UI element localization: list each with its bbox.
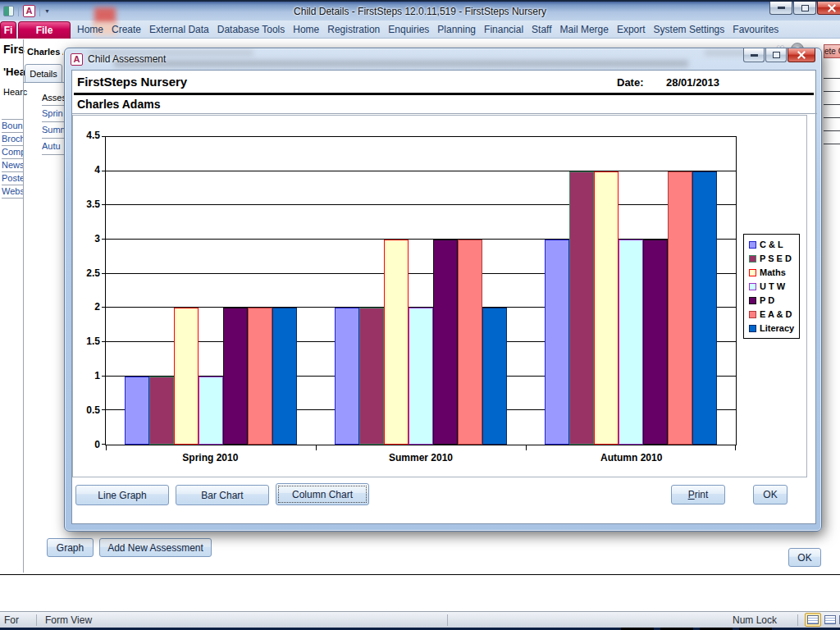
y-axis-tick [102, 444, 105, 445]
close-icon [797, 51, 806, 59]
y-axis-label: 2 [75, 301, 100, 313]
ribbon-tab-staff[interactable]: Staff [532, 24, 551, 35]
print-accelerator: P [688, 489, 695, 500]
dialog-access-icon: A [71, 53, 83, 66]
legend-label: U T W [760, 281, 785, 291]
restore-icon [801, 5, 809, 11]
ribbon-tab-database-tools[interactable]: Database Tools [217, 24, 285, 35]
bg-left-item-poste[interactable]: Poste [2, 172, 23, 185]
layout-view-button[interactable] [837, 613, 840, 627]
bg-child-tab-fragment[interactable]: Charles A [27, 47, 63, 57]
line-graph-button[interactable]: Line Graph [75, 485, 169, 505]
minimize-icon [778, 7, 785, 9]
y-axis-tick [102, 171, 105, 171]
legend-label: C & L [760, 240, 783, 249]
y-axis-label: 0 [75, 439, 100, 450]
ribbon-tab-system-settings[interactable]: System Settings [654, 24, 725, 35]
bg-left-subtitle-fragment: 'Hea [3, 66, 25, 78]
y-axis-tick [102, 204, 105, 205]
bar-c-l-autumn-2010 [545, 240, 569, 445]
bg-right-button-fragment[interactable]: ete C [824, 44, 840, 58]
bg-left-item-boun[interactable]: Boun [2, 120, 23, 133]
window-titlebar: A ▼ Child Details - FirstSteps 12.0.11,5… [0, 0, 840, 21]
ribbon-tab-financial[interactable]: Financial [484, 24, 523, 35]
dialog-titlebar[interactable]: A Child Assessment [65, 48, 821, 70]
dialog-minimize-button[interactable] [743, 48, 765, 62]
dialog-restore-button[interactable] [765, 48, 787, 62]
print-label-rest: rint [695, 489, 709, 500]
window-title: Child Details - FirstSteps 12.0.11,519 -… [0, 6, 840, 17]
print-button[interactable]: Print [671, 485, 725, 504]
column-chart-button[interactable]: Column Chart [276, 483, 369, 505]
legend-swatch-literacy [749, 325, 756, 332]
ribbon-tab-file[interactable]: File [18, 21, 71, 39]
divider [0, 574, 840, 575]
ribbon-tab-create[interactable]: Create [112, 24, 141, 35]
graph-button[interactable]: Graph [47, 538, 94, 557]
y-axis-label: 3.5 [75, 199, 100, 210]
y-axis-tick [102, 376, 105, 377]
ribbon-tab-registration[interactable]: Registration [327, 24, 380, 35]
x-axis-tick [316, 445, 317, 450]
ribbon-tab-home[interactable]: Home [77, 24, 103, 35]
window-close-button[interactable] [817, 2, 840, 15]
dialog-close-button[interactable] [788, 48, 815, 62]
bg-assessment-item-sprin[interactable]: Sprin [42, 106, 64, 122]
bar-p-d-spring-2010 [223, 308, 248, 445]
bg-right-row [824, 131, 840, 144]
ribbon-tab-export[interactable]: Export [617, 24, 646, 35]
bar-p-s-e-d-spring-2010 [149, 377, 174, 445]
ribbon-tab-planning[interactable]: Planning [437, 24, 476, 35]
date-label: Date: [617, 76, 644, 89]
divider [797, 614, 798, 626]
form-view-button[interactable] [805, 613, 821, 627]
legend-item-p-d: P D [749, 295, 794, 305]
bar-p-s-e-d-summer-2010 [359, 308, 384, 445]
date-value: 28/01/2013 [666, 76, 719, 89]
bg-right-table-rows [824, 66, 840, 144]
divider [447, 614, 448, 626]
ribbon-tab-enquiries[interactable]: Enquiries [388, 24, 429, 35]
dialog-title: Child Assessment [88, 53, 166, 65]
bar-p-s-e-d-autumn-2010 [569, 171, 594, 445]
ribbon-tab-external-data[interactable]: External Data [149, 24, 209, 35]
bg-assessment-item-sumn[interactable]: Sumn [42, 122, 64, 139]
child-name: Charles Adams [77, 98, 160, 111]
legend-label: E A & D [760, 309, 792, 319]
window-minimize-button[interactable] [769, 2, 792, 15]
x-axis-tick [526, 445, 527, 450]
add-new-assessment-button[interactable]: Add New Assessment [99, 538, 212, 557]
y-axis-label: 4 [75, 164, 100, 176]
bg-right-row [824, 118, 840, 131]
window-restore-button[interactable] [793, 2, 816, 15]
status-left-fragment: For [4, 614, 19, 626]
bg-details-tab[interactable]: Details [25, 64, 62, 83]
bar-e-a-d-summer-2010 [458, 240, 482, 445]
ribbon-tab-file-partial[interactable]: Fi [0, 21, 16, 39]
bar-chart-button[interactable]: Bar Chart [176, 485, 269, 505]
chart-legend: C & LP S E DMathsU T WP DE A & DLiteracy [743, 234, 800, 339]
bar-c-l-spring-2010 [125, 377, 149, 445]
divider [23, 82, 64, 83]
bg-assessment-item-autu[interactable]: Autu [42, 139, 64, 155]
bar-e-a-d-autumn-2010 [668, 171, 692, 445]
legend-item-maths: Maths [749, 267, 794, 277]
bar-group-autumn-2010 [526, 137, 736, 445]
minimize-icon [751, 54, 758, 57]
form-ok-button[interactable]: OK [788, 548, 821, 567]
y-axis-tick [102, 341, 105, 342]
datasheet-view-button[interactable] [822, 613, 838, 627]
bg-left-item-webs[interactable]: Webs [2, 185, 23, 199]
bg-left-item-news[interactable]: News [2, 159, 23, 172]
legend-label: Literacy [760, 323, 794, 333]
datasheet-view-icon [824, 615, 836, 624]
ribbon-tab-mail-merge[interactable]: Mail Merge [560, 24, 609, 35]
bg-left-item-broch[interactable]: Broch [2, 133, 23, 146]
bar-group-spring-2010 [106, 137, 316, 445]
dialog-ok-button[interactable]: OK [753, 485, 788, 504]
divider [36, 614, 37, 626]
bg-left-item-comp[interactable]: Comp [2, 146, 23, 159]
ribbon-tab-home[interactable]: Home [293, 24, 319, 35]
y-axis-tick [102, 409, 105, 410]
ribbon-tab-favourites[interactable]: Favourites [733, 24, 778, 35]
